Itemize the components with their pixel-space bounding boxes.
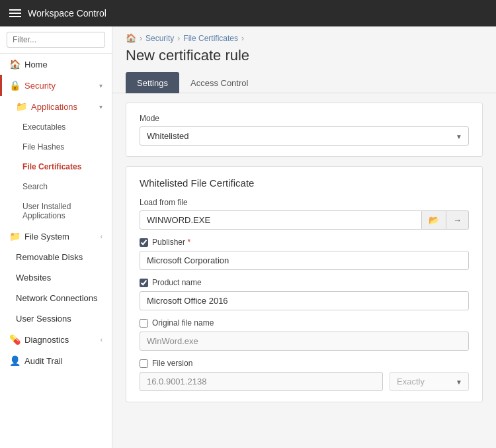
sidebar-label-network-connections: Network Connections [16,293,98,303]
topbar: Workspace Control [0,0,496,26]
page-title: New certificate rule [112,46,496,72]
load-file-input[interactable] [140,210,422,230]
home-icon: 🏠 [9,59,21,69]
breadcrumb-home-icon[interactable]: 🏠 [126,33,136,43]
diagnostics-icon: 💊 [9,334,21,345]
sidebar-item-user-sessions[interactable]: User Sessions [0,308,112,329]
original-file-checkbox[interactable] [140,319,148,328]
sidebar-label-applications: Applications [31,102,77,112]
sidebar-label-home: Home [24,60,48,69]
arrow-button[interactable]: → [446,210,469,230]
tabs-bar: Settings Access Control [112,72,496,93]
breadcrumb-sep3: › [241,34,244,43]
main-layout: 🏠 Home 🔒 Security ▾ 📁 Applications ▾ Exe… [0,26,496,448]
breadcrumb-sep1: › [140,34,142,43]
sidebar-label-file-system: File System [24,232,69,242]
mode-section: Mode Whitelisted Blacklisted [126,103,483,157]
breadcrumb: 🏠 › Security › File Certificates › [112,26,496,46]
chevron-left-icon: ‹ [101,233,103,240]
browse-button[interactable]: 📂 [422,210,446,230]
tab-settings[interactable]: Settings [126,72,179,93]
sidebar-filter-wrapper [0,26,112,54]
sidebar-item-diagnostics[interactable]: 💊 Diagnostics ‹ [0,329,112,350]
sidebar-label-executables: Executables [22,122,65,132]
publisher-checkbox[interactable] [140,238,148,247]
sidebar-item-audit-trail[interactable]: 👤 Audit Trail [0,350,112,371]
audit-icon: 👤 [9,355,21,366]
sidebar-label-removable-disks: Removable Disks [16,252,83,262]
publisher-checkbox-row: Publisher * [140,238,469,247]
mode-select[interactable]: Whitelisted Blacklisted [140,126,469,146]
file-version-match-wrapper: Exactly At least At most [390,372,469,391]
cert-section: Whitelisted File Certificate Load from f… [126,166,483,402]
sidebar-item-home[interactable]: 🏠 Home [0,54,112,75]
sidebar-label-user-sessions: User Sessions [16,314,71,324]
file-version-row: Exactly At least At most [140,372,469,391]
sidebar-item-removable-disks[interactable]: Removable Disks [0,247,112,267]
sidebar-item-file-hashes[interactable]: File Hashes [0,137,112,157]
original-file-label: Original file name [152,318,214,328]
folder-icon: 📁 [16,101,27,112]
original-file-checkbox-row: Original file name [140,318,469,328]
chevron-left-icon-diag: ‹ [101,336,103,343]
product-name-checkbox-row: Product name [140,278,469,287]
sidebar-item-network-connections[interactable]: Network Connections [0,288,112,308]
sidebar: 🏠 Home 🔒 Security ▾ 📁 Applications ▾ Exe… [0,26,112,448]
app-title: Workspace Control [28,8,106,19]
chevron-down-icon-apps: ▾ [99,103,103,111]
breadcrumb-sep2: › [177,34,180,43]
sidebar-label-file-hashes: File Hashes [22,142,64,152]
sidebar-label-user-installed: User Installed Applications [22,202,103,220]
sidebar-label-diagnostics: Diagnostics [24,335,69,345]
sidebar-item-websites[interactable]: Websites [0,267,112,288]
menu-icon[interactable] [9,9,21,17]
sidebar-item-security[interactable]: 🔒 Security ▾ [0,75,112,96]
load-file-label: Load from file [140,198,469,207]
file-version-checkbox[interactable] [140,359,148,368]
content-area: 🏠 › Security › File Certificates › New c… [112,26,496,448]
load-file-row: 📂 → [140,210,469,230]
product-name-label: Product name [152,278,202,287]
file-system-icon: 📁 [9,231,21,242]
sidebar-filter-input[interactable] [7,32,105,48]
file-version-input[interactable] [140,372,383,391]
mode-label: Mode [140,114,469,123]
file-version-match-select[interactable]: Exactly At least At most [390,372,469,391]
sidebar-item-file-system[interactable]: 📁 File System ‹ [0,226,112,247]
lock-icon: 🔒 [9,80,21,91]
sidebar-label-websites: Websites [16,273,51,283]
tab-access-control[interactable]: Access Control [179,72,259,93]
sidebar-item-applications[interactable]: 📁 Applications ▾ [0,96,112,117]
breadcrumb-file-certificates[interactable]: File Certificates [183,34,238,43]
sidebar-label-security: Security [24,81,56,91]
mode-select-wrapper: Whitelisted Blacklisted [140,126,469,146]
product-name-checkbox[interactable] [140,279,148,287]
original-file-input[interactable] [140,332,469,351]
sidebar-label-search: Search [22,182,48,191]
sidebar-label-audit-trail: Audit Trail [24,356,63,366]
chevron-down-icon: ▾ [99,82,103,89]
file-version-checkbox-row: File version [140,359,469,368]
sidebar-item-file-certificates[interactable]: File Certificates [0,157,112,177]
product-name-input[interactable] [140,291,469,310]
sidebar-label-file-certificates: File Certificates [22,162,81,171]
cert-section-title: Whitelisted File Certificate [140,177,469,189]
breadcrumb-security[interactable]: Security [145,34,174,43]
sidebar-item-search[interactable]: Search [0,177,112,197]
sidebar-item-user-installed-apps[interactable]: User Installed Applications [0,197,112,226]
publisher-label: Publisher * [152,238,190,247]
publisher-input[interactable] [140,251,469,270]
file-version-label: File version [152,359,192,368]
sidebar-item-executables[interactable]: Executables [0,117,112,137]
